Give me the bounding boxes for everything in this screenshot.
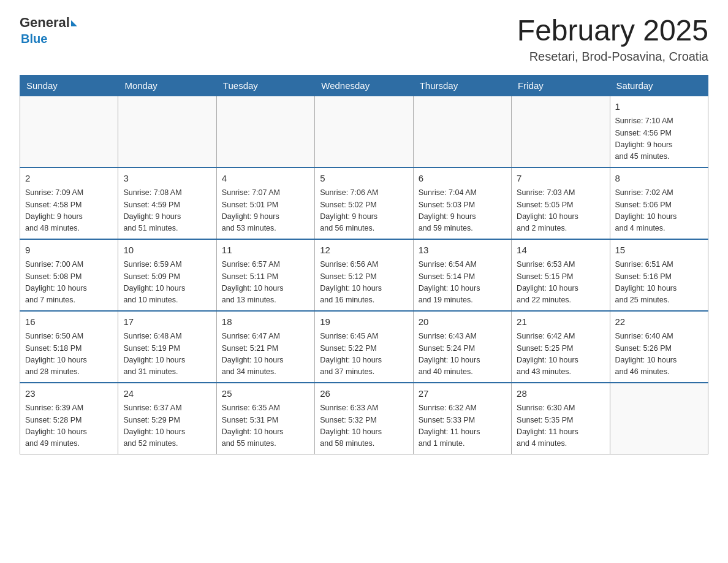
calendar-cell: 17Sunrise: 6:48 AM Sunset: 5:19 PM Dayli… [118,311,216,383]
day-info: Sunrise: 6:33 AM Sunset: 5:32 PM Dayligh… [320,402,408,450]
day-info: Sunrise: 7:03 AM Sunset: 5:05 PM Dayligh… [517,187,604,235]
logo-arrow-icon [71,20,77,26]
calendar-cell: 14Sunrise: 6:53 AM Sunset: 5:15 PM Dayli… [512,239,610,311]
calendar-cell: 20Sunrise: 6:43 AM Sunset: 5:24 PM Dayli… [413,311,511,383]
calendar-week-row: 16Sunrise: 6:50 AM Sunset: 5:18 PM Dayli… [20,311,708,383]
day-number: 15 [615,243,703,258]
day-info: Sunrise: 7:08 AM Sunset: 4:59 PM Dayligh… [123,187,211,235]
calendar-cell: 2Sunrise: 7:09 AM Sunset: 4:58 PM Daylig… [20,167,118,239]
day-number: 7 [517,172,604,186]
calendar-cell: 25Sunrise: 6:35 AM Sunset: 5:31 PM Dayli… [216,383,314,454]
day-number: 25 [222,387,309,401]
title-area: February 2025 Resetari, Brod-Posavina, C… [517,15,708,64]
calendar-cell: 28Sunrise: 6:30 AM Sunset: 5:35 PM Dayli… [512,383,610,454]
day-number: 19 [320,315,408,329]
day-number: 22 [615,315,703,329]
logo-text: General [20,15,77,31]
calendar-cell: 26Sunrise: 6:33 AM Sunset: 5:32 PM Dayli… [315,383,413,454]
day-number: 20 [419,315,506,329]
day-info: Sunrise: 6:48 AM Sunset: 5:19 PM Dayligh… [123,331,211,378]
day-info: Sunrise: 6:59 AM Sunset: 5:09 PM Dayligh… [123,259,211,307]
logo: General Blue [20,15,77,46]
day-info: Sunrise: 7:07 AM Sunset: 5:01 PM Dayligh… [222,187,309,235]
logo-blue: Blue [21,32,47,46]
calendar-cell: 27Sunrise: 6:32 AM Sunset: 5:33 PM Dayli… [413,383,511,454]
weekday-header-wednesday: Wednesday [315,75,413,96]
day-info: Sunrise: 6:53 AM Sunset: 5:15 PM Dayligh… [517,259,604,307]
location: Resetari, Brod-Posavina, Croatia [517,50,708,64]
day-info: Sunrise: 6:45 AM Sunset: 5:22 PM Dayligh… [320,331,408,378]
calendar-cell: 3Sunrise: 7:08 AM Sunset: 4:59 PM Daylig… [118,167,216,239]
day-number: 6 [419,172,506,186]
weekday-header-saturday: Saturday [610,75,708,96]
calendar-cell: 9Sunrise: 7:00 AM Sunset: 5:08 PM Daylig… [20,239,118,311]
calendar-cell: 12Sunrise: 6:56 AM Sunset: 5:12 PM Dayli… [315,239,413,311]
calendar-week-row: 23Sunrise: 6:39 AM Sunset: 5:28 PM Dayli… [20,383,708,454]
day-info: Sunrise: 6:57 AM Sunset: 5:11 PM Dayligh… [222,259,309,307]
day-info: Sunrise: 6:43 AM Sunset: 5:24 PM Dayligh… [419,331,506,378]
calendar-cell: 5Sunrise: 7:06 AM Sunset: 5:02 PM Daylig… [315,167,413,239]
day-number: 26 [320,387,408,401]
day-number: 18 [222,315,309,329]
day-info: Sunrise: 6:32 AM Sunset: 5:33 PM Dayligh… [419,402,506,450]
day-number: 10 [123,243,211,258]
calendar-cell: 13Sunrise: 6:54 AM Sunset: 5:14 PM Dayli… [413,239,511,311]
day-info: Sunrise: 6:56 AM Sunset: 5:12 PM Dayligh… [320,259,408,307]
weekday-header-row: SundayMondayTuesdayWednesdayThursdayFrid… [20,75,708,96]
weekday-header-sunday: Sunday [20,75,118,96]
day-info: Sunrise: 7:00 AM Sunset: 5:08 PM Dayligh… [25,259,113,307]
day-number: 21 [517,315,604,329]
calendar-week-row: 9Sunrise: 7:00 AM Sunset: 5:08 PM Daylig… [20,239,708,311]
day-info: Sunrise: 6:50 AM Sunset: 5:18 PM Dayligh… [25,331,113,378]
day-number: 14 [517,243,604,258]
day-number: 16 [25,315,113,329]
weekday-header-monday: Monday [118,75,216,96]
calendar-cell: 21Sunrise: 6:42 AM Sunset: 5:25 PM Dayli… [512,311,610,383]
day-info: Sunrise: 7:06 AM Sunset: 5:02 PM Dayligh… [320,187,408,235]
calendar-cell [610,383,708,454]
calendar-cell: 23Sunrise: 6:39 AM Sunset: 5:28 PM Dayli… [20,383,118,454]
calendar-cell [315,96,413,167]
calendar-cell: 18Sunrise: 6:47 AM Sunset: 5:21 PM Dayli… [216,311,314,383]
logo-general: General [20,15,70,31]
day-info: Sunrise: 6:39 AM Sunset: 5:28 PM Dayligh… [25,402,113,450]
day-number: 1 [615,100,703,114]
day-info: Sunrise: 6:40 AM Sunset: 5:26 PM Dayligh… [615,331,703,378]
day-info: Sunrise: 7:10 AM Sunset: 4:56 PM Dayligh… [615,115,703,163]
calendar-week-row: 1Sunrise: 7:10 AM Sunset: 4:56 PM Daylig… [20,96,708,167]
calendar-cell [413,96,511,167]
day-info: Sunrise: 6:35 AM Sunset: 5:31 PM Dayligh… [222,402,309,450]
day-number: 27 [419,387,506,401]
calendar-cell: 19Sunrise: 6:45 AM Sunset: 5:22 PM Dayli… [315,311,413,383]
day-info: Sunrise: 6:42 AM Sunset: 5:25 PM Dayligh… [517,331,604,378]
day-number: 2 [25,172,113,186]
day-number: 24 [123,387,211,401]
calendar-cell [512,96,610,167]
calendar-table: SundayMondayTuesdayWednesdayThursdayFrid… [20,75,708,454]
weekday-header-thursday: Thursday [413,75,511,96]
day-info: Sunrise: 6:54 AM Sunset: 5:14 PM Dayligh… [419,259,506,307]
calendar-cell: 15Sunrise: 6:51 AM Sunset: 5:16 PM Dayli… [610,239,708,311]
day-number: 4 [222,172,309,186]
calendar-cell: 4Sunrise: 7:07 AM Sunset: 5:01 PM Daylig… [216,167,314,239]
day-number: 5 [320,172,408,186]
day-info: Sunrise: 6:47 AM Sunset: 5:21 PM Dayligh… [222,331,309,378]
day-info: Sunrise: 6:37 AM Sunset: 5:29 PM Dayligh… [123,402,211,450]
calendar-cell: 10Sunrise: 6:59 AM Sunset: 5:09 PM Dayli… [118,239,216,311]
calendar-cell: 16Sunrise: 6:50 AM Sunset: 5:18 PM Dayli… [20,311,118,383]
day-info: Sunrise: 6:30 AM Sunset: 5:35 PM Dayligh… [517,402,604,450]
calendar-cell: 6Sunrise: 7:04 AM Sunset: 5:03 PM Daylig… [413,167,511,239]
calendar-cell: 24Sunrise: 6:37 AM Sunset: 5:29 PM Dayli… [118,383,216,454]
calendar-cell [118,96,216,167]
calendar-cell: 22Sunrise: 6:40 AM Sunset: 5:26 PM Dayli… [610,311,708,383]
calendar-cell: 1Sunrise: 7:10 AM Sunset: 4:56 PM Daylig… [610,96,708,167]
day-number: 13 [419,243,506,258]
day-info: Sunrise: 7:02 AM Sunset: 5:06 PM Dayligh… [615,187,703,235]
day-number: 9 [25,243,113,258]
day-number: 23 [25,387,113,401]
day-number: 8 [615,172,703,186]
calendar-cell [216,96,314,167]
calendar-cell [20,96,118,167]
calendar-cell: 11Sunrise: 6:57 AM Sunset: 5:11 PM Dayli… [216,239,314,311]
month-title: February 2025 [517,15,708,47]
